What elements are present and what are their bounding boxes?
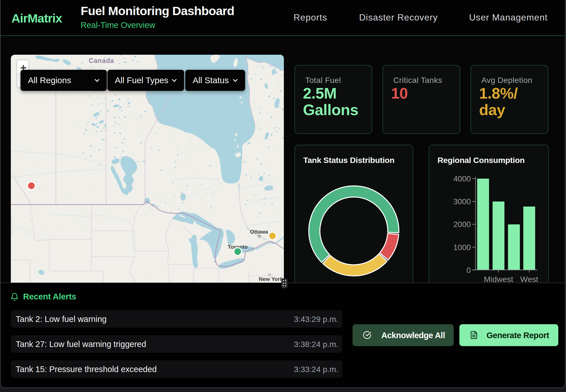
svg-text:Canada: Canada bbox=[89, 57, 114, 64]
svg-text:4000: 4000 bbox=[453, 174, 471, 183]
svg-text:2000: 2000 bbox=[453, 220, 471, 229]
svg-text:1000: 1000 bbox=[453, 243, 471, 252]
svg-text:Ottawa: Ottawa bbox=[250, 229, 268, 235]
svg-text:West: West bbox=[520, 275, 538, 283]
svg-text:0: 0 bbox=[467, 266, 471, 275]
svg-text:Midwest: Midwest bbox=[484, 275, 513, 283]
svg-text:3000: 3000 bbox=[453, 197, 471, 206]
svg-text:New York: New York bbox=[259, 276, 283, 282]
